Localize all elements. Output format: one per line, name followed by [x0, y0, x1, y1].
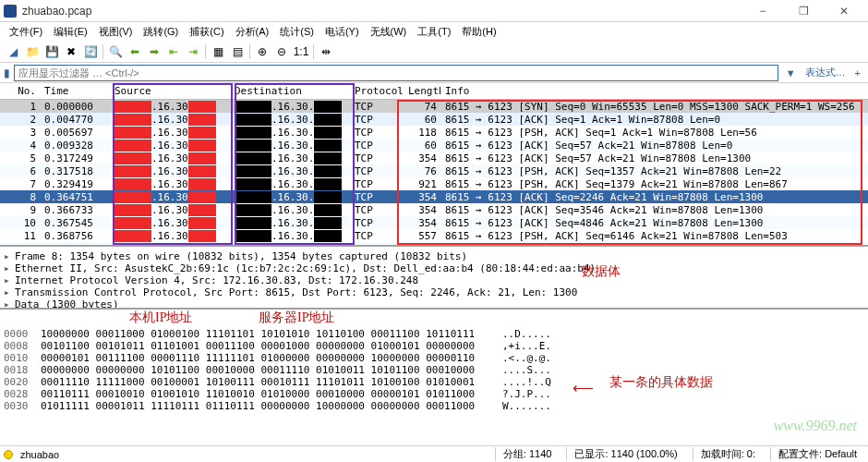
packet-row[interactable]: 10.000000 .16.30 .16.30. TCP748615 → 612…: [0, 100, 868, 113]
packet-row[interactable]: 60.317518 .16.30 .16.30. TCP768615 → 612…: [0, 164, 868, 177]
tree-item[interactable]: ▸Transmission Control Protocol, Src Port…: [4, 286, 864, 298]
anno-server-ip: 服务器IP地址: [259, 310, 334, 326]
menu-item[interactable]: 电话(Y): [319, 23, 365, 41]
back-icon[interactable]: ⬅: [126, 43, 144, 61]
status-displayed: 已显示: 1140 (100.0%): [566, 447, 684, 461]
status-profile: 配置文件: Default: [770, 447, 864, 461]
app-icon: [4, 5, 17, 18]
hex-line[interactable]: 001800000000 00000000 10101100 00010000 …: [4, 364, 864, 376]
close-file-icon[interactable]: ✖: [62, 43, 80, 61]
window-title: zhuabao.pcap: [22, 5, 742, 18]
zoom-in-icon[interactable]: ⊕: [253, 43, 271, 61]
menu-item[interactable]: 视图(V): [93, 23, 139, 41]
expression-label[interactable]: 表达式…: [802, 66, 850, 79]
col-no[interactable]: No.: [0, 85, 41, 97]
packet-row[interactable]: 100.367545 .16.30 .16.30. TCP3548615 → 6…: [0, 216, 868, 229]
col-time[interactable]: Time: [41, 85, 111, 97]
packet-list-header: No. Time Source Destination Protocol Len…: [0, 83, 868, 100]
packet-row[interactable]: 40.009328 .16.30 .16.30. TCP608615 → 612…: [0, 139, 868, 152]
menu-item[interactable]: 跳转(G): [138, 23, 184, 41]
packet-bytes-pane[interactable]: 000010000000 00011000 01000100 11101101 …: [0, 324, 868, 426]
bookmark-icon[interactable]: ▮: [4, 67, 10, 79]
packet-row[interactable]: 70.329419 .16.30 .16.30. TCP9218615 → 61…: [0, 177, 868, 190]
menu-item[interactable]: 工具(T): [412, 23, 456, 41]
colorize-icon[interactable]: ▤: [228, 43, 247, 61]
forward-icon[interactable]: ➡: [145, 43, 163, 61]
packet-row[interactable]: 110.368756 .16.30 .16.30. TCP5578615 → 6…: [0, 229, 868, 242]
close-button[interactable]: ✕: [824, 0, 864, 22]
packet-row[interactable]: 30.005697 .16.30 .16.30. TCP1188615 → 61…: [0, 126, 868, 139]
status-bar: zhuabao 分组: 1140 已显示: 1140 (100.0%) 加载时间…: [0, 445, 868, 462]
display-filter-input[interactable]: [14, 65, 778, 81]
shark-fin-icon[interactable]: ◢: [4, 43, 22, 61]
menu-item[interactable]: 无线(W): [365, 23, 413, 41]
tree-item[interactable]: ▸Ethernet II, Src: AsustekC_2b:69:1c (1c…: [4, 262, 864, 274]
reload-icon[interactable]: 🔄: [81, 43, 100, 61]
watermark: www.9969.net: [774, 418, 857, 434]
open-icon[interactable]: 📁: [23, 43, 42, 61]
add-button[interactable]: +: [851, 67, 864, 79]
menu-item[interactable]: 统计(S): [274, 23, 319, 41]
maximize-button[interactable]: ❐: [783, 0, 824, 22]
menu-item[interactable]: 捕获(C): [184, 23, 229, 41]
tree-item[interactable]: ▸Internet Protocol Version 4, Src: 172.1…: [4, 274, 864, 286]
goto-first-icon[interactable]: ⇤: [164, 43, 183, 61]
resize-cols-icon[interactable]: ⇹: [317, 43, 335, 61]
status-load-time: 加载时间: 0:: [693, 447, 763, 461]
tree-item[interactable]: ▸Frame 8: 1354 bytes on wire (10832 bits…: [4, 250, 864, 262]
minimize-button[interactable]: −: [742, 0, 783, 22]
hex-line[interactable]: 000800101100 00101011 01101001 00011100 …: [4, 340, 864, 352]
annotations: 本机IP地址 服务器IP地址 数据体: [0, 310, 868, 324]
toolbar: ◢ 📁 💾 ✖ 🔄 🔍 ⬅ ➡ ⇤ ⇥ ▦ ▤ ⊕ ⊖ 1:1 ⇹: [0, 41, 868, 63]
anno-detail: 某一条的具体数据: [609, 374, 713, 391]
hex-line[interactable]: 003001011111 00001011 11110111 01110111 …: [4, 400, 864, 412]
status-file: zhuabao: [20, 449, 59, 460]
menubar: 文件(F)编辑(E)视图(V)跳转(G)捕获(C)分析(A)统计(S)电话(Y)…: [0, 22, 868, 41]
packet-row[interactable]: 120.402274 .16.30 .16.30. TCP3548615 → 6…: [0, 242, 868, 245]
menu-item[interactable]: 编辑(E): [48, 23, 93, 41]
save-icon[interactable]: 💾: [42, 43, 61, 61]
hex-line[interactable]: 002800110111 00010010 01001010 11010010 …: [4, 388, 864, 400]
tree-item[interactable]: ▸Data (1300 bytes): [4, 298, 864, 310]
packet-row[interactable]: 90.366733 .16.30 .16.30. TCP3548615 → 61…: [0, 203, 868, 216]
col-length[interactable]: Length: [404, 85, 441, 97]
expression-button[interactable]: ▼: [782, 67, 800, 79]
anno-arrow: ⟵: [573, 379, 594, 396]
zoom-out-icon[interactable]: ⊖: [272, 43, 291, 61]
packet-details-pane[interactable]: ▸Frame 8: 1354 bytes on wire (10832 bits…: [0, 245, 868, 310]
menu-item[interactable]: 帮助(H): [456, 23, 501, 41]
packet-row[interactable]: 20.004770 .16.30 .16.30. TCP608615 → 612…: [0, 113, 868, 126]
menu-item[interactable]: 文件(F): [4, 23, 48, 41]
find-icon[interactable]: 🔍: [106, 43, 125, 61]
anno-local-ip: 本机IP地址: [129, 310, 192, 326]
menu-item[interactable]: 分析(A): [230, 23, 275, 41]
packet-row[interactable]: 50.317249 .16.30 .16.30. TCP3548615 → 61…: [0, 152, 868, 164]
status-packets: 分组: 1140: [495, 447, 560, 461]
status-led-icon: [4, 450, 13, 459]
col-info[interactable]: Info: [441, 85, 868, 97]
col-destination[interactable]: Destination: [231, 85, 351, 97]
hex-line[interactable]: 002000011110 11111000 00100001 10100111 …: [4, 376, 864, 388]
zoom-reset-icon[interactable]: 1:1: [292, 43, 310, 61]
col-source[interactable]: Source: [111, 85, 231, 97]
autoscroll-icon[interactable]: ▦: [209, 43, 227, 61]
packet-list-pane[interactable]: No. Time Source Destination Protocol Len…: [0, 83, 868, 245]
packet-row[interactable]: 80.364751 .16.30 .16.30. TCP3548615 → 61…: [0, 190, 868, 203]
anno-payload: 数据体: [582, 263, 621, 280]
col-protocol[interactable]: Protocol: [351, 85, 404, 97]
goto-last-icon[interactable]: ⇥: [184, 43, 202, 61]
hex-line[interactable]: 000010000000 00011000 01000100 11101101 …: [4, 328, 864, 340]
hex-line[interactable]: 001000000101 00111100 00001110 11111101 …: [4, 352, 864, 364]
